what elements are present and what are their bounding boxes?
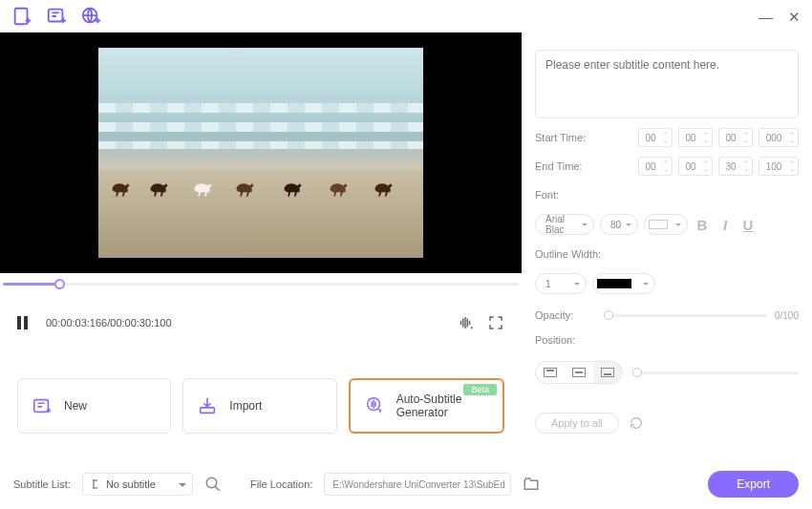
font-family-select[interactable]: Arial Blac (535, 214, 594, 235)
opacity-value: 0/100 (775, 310, 799, 321)
folder-icon[interactable] (523, 476, 540, 493)
add-web-icon[interactable] (80, 6, 101, 27)
reset-icon[interactable] (629, 415, 644, 431)
fullscreen-icon[interactable] (487, 314, 504, 331)
player-controls: 00:00:03:166/00:00:30:100 (0, 308, 522, 338)
end-hh[interactable]: 00 (638, 157, 673, 176)
new-label: New (64, 399, 87, 413)
auto-subtitle-icon (364, 395, 385, 416)
timeline-handle[interactable] (54, 279, 65, 289)
titlebar: — ✕ (0, 0, 812, 32)
import-card[interactable]: Import (182, 378, 336, 434)
svg-rect-4 (201, 408, 215, 414)
svg-rect-3 (34, 400, 49, 413)
position-label: Position: (535, 334, 799, 346)
position-middle[interactable] (565, 362, 593, 383)
opacity-row: Opacity: 0/100 (535, 309, 799, 321)
import-label: Import (229, 399, 262, 413)
close-button[interactable]: ✕ (788, 10, 801, 24)
outline-label: Outline Width: (535, 248, 799, 260)
svg-rect-0 (15, 9, 28, 25)
time-display: 00:00:03:166/00:00:30:100 (46, 317, 172, 329)
waveform-icon[interactable] (457, 314, 474, 331)
new-card[interactable]: New (17, 378, 171, 434)
end-ss[interactable]: 30 (718, 157, 753, 176)
position-top[interactable] (536, 362, 565, 383)
font-label: Font: (535, 189, 799, 201)
titlebar-tools (11, 6, 101, 27)
auto-subtitle-card[interactable]: Beta Auto-Subtitle Generator (349, 378, 504, 434)
search-icon[interactable] (204, 476, 222, 493)
subtitle-list-label: Subtitle List: (13, 478, 71, 490)
outline-row: 1 (535, 273, 799, 294)
left-pane: 00:00:03:166/00:00:30:100 New Import Bet… (0, 32, 522, 458)
position-slider[interactable] (632, 371, 799, 374)
opacity-slider[interactable] (604, 314, 767, 317)
apply-row: Apply to all (535, 413, 799, 434)
file-location-label: File Location: (250, 478, 312, 490)
subtitle-list-value: No subtitle (106, 478, 156, 490)
footer: Subtitle List: No subtitle File Location… (0, 459, 812, 509)
position-bottom[interactable] (593, 362, 622, 383)
timeline-progress (3, 283, 58, 286)
position-handle[interactable] (632, 368, 642, 377)
start-time-label: Start Time: (535, 132, 596, 143)
start-ss[interactable]: 00 (718, 128, 753, 147)
video-frame (98, 48, 423, 258)
pause-button[interactable] (17, 316, 31, 329)
add-file-icon[interactable] (11, 6, 32, 27)
font-color-select[interactable] (644, 214, 688, 235)
end-mm[interactable]: 00 (678, 157, 713, 176)
timeline[interactable] (0, 273, 522, 308)
end-time-row: End Time: 00 00 30 100 (535, 157, 799, 176)
import-icon (197, 395, 218, 416)
main: 00:00:03:166/00:00:30:100 New Import Bet… (0, 32, 812, 458)
start-hh[interactable]: 00 (638, 128, 673, 147)
minimize-button[interactable]: — (759, 10, 773, 24)
apply-all-button[interactable]: Apply to all (535, 413, 619, 434)
new-icon (32, 395, 53, 416)
subtitle-input[interactable] (535, 50, 799, 118)
video-preview[interactable] (0, 32, 522, 273)
end-ms[interactable]: 100 (759, 157, 799, 176)
end-time-label: End Time: (535, 160, 596, 172)
font-size-select[interactable]: 80 (600, 214, 638, 235)
italic-button[interactable]: I (716, 216, 734, 233)
outline-color-select[interactable] (592, 273, 655, 294)
start-mm[interactable]: 00 (678, 128, 713, 147)
file-location-value[interactable]: E:\Wondershare UniConverter 13\SubEd (324, 473, 511, 496)
window-controls: — ✕ (759, 10, 801, 24)
start-ms[interactable]: 000 (759, 128, 799, 147)
start-time-row: Start Time: 00 00 00 000 (535, 128, 799, 147)
action-cards: New Import Beta Auto-Subtitle Generator (0, 338, 522, 434)
position-group (535, 361, 623, 384)
subtitle-list-select[interactable]: No subtitle (82, 473, 193, 496)
add-text-icon[interactable] (46, 6, 67, 27)
position-row (535, 361, 799, 384)
right-pane: Start Time: 00 00 00 000 End Time: 00 00… (522, 32, 812, 458)
opacity-handle[interactable] (604, 310, 613, 320)
export-button[interactable]: Export (708, 471, 799, 498)
opacity-label: Opacity: (535, 309, 596, 321)
bold-button[interactable]: B (694, 216, 711, 233)
underline-button[interactable]: U (739, 216, 757, 233)
beta-badge: Beta (463, 384, 497, 395)
outline-width-select[interactable]: 1 (535, 273, 587, 294)
font-row: Arial Blac 80 B I U (535, 214, 799, 235)
svg-point-6 (206, 477, 217, 488)
auto-subtitle-label: Auto-Subtitle Generator (396, 392, 489, 419)
